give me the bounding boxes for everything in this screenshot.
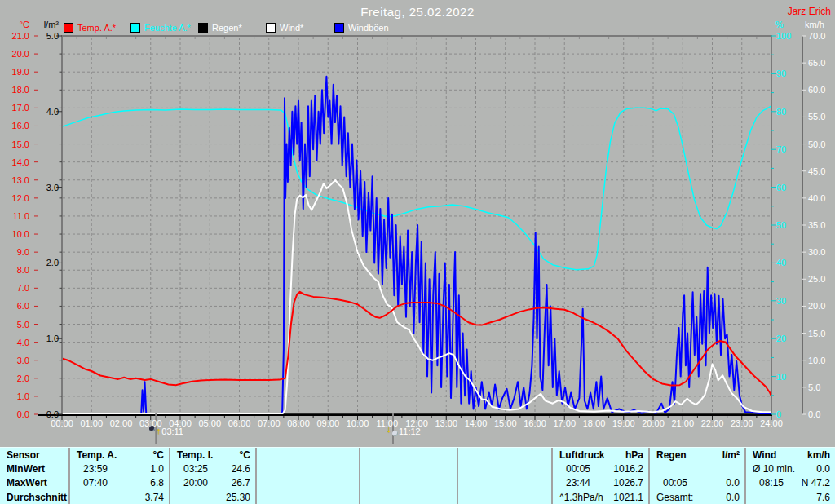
table-cell xyxy=(255,462,359,475)
temp-tick-label: 14.0 xyxy=(5,158,29,167)
windspeed-tick-label: 70.0 xyxy=(808,32,825,41)
table-cell: 23:441026.7 xyxy=(551,476,648,490)
table-cell: Ø 10 min.0.0 xyxy=(744,462,835,475)
table-cell xyxy=(255,476,359,490)
windspeed-tick-label: 35.0 xyxy=(808,221,825,230)
table-row-label: MaxWert xyxy=(0,476,68,490)
table-cell: 23:591.0 xyxy=(68,462,169,475)
table-text: Temp. A. xyxy=(70,449,117,461)
table-text: 3.74 xyxy=(145,492,169,503)
x-tick-label: 16:00 xyxy=(519,419,551,428)
table-cell: ^1.3hPa/h1021.1 xyxy=(551,490,648,504)
table-group-header: Temp. I.°C xyxy=(169,448,255,462)
x-tick-label: 22:00 xyxy=(696,419,729,428)
table-text: °C xyxy=(153,449,169,461)
table-group-header: LuftdruckhPa xyxy=(551,448,648,462)
windspeed-tick-label: 60.0 xyxy=(808,86,825,95)
x-tick-label: 00:00 xyxy=(46,419,78,428)
table-cell xyxy=(359,462,457,475)
table-text: 00:05 xyxy=(553,463,590,475)
temp-tick-label: 20.0 xyxy=(5,50,29,59)
table-cell: 08:15N 47.2 xyxy=(744,476,835,490)
rain-tick-label: 3.0 xyxy=(33,183,59,192)
x-tick-label: 17:00 xyxy=(548,419,581,428)
table-text: 1021.1 xyxy=(613,492,648,503)
table-text: km/h xyxy=(807,449,835,461)
x-tick-label: 14:00 xyxy=(460,419,493,428)
windspeed-tick-label: 0.0 xyxy=(808,410,820,419)
table-text: l/m² xyxy=(722,449,744,461)
x-tick-label: 19:00 xyxy=(607,419,640,428)
table-cell: Gesamt:0.0 xyxy=(648,490,744,504)
table-text: 0.0 xyxy=(816,463,835,475)
x-tick-label: 06:00 xyxy=(223,419,256,428)
table-group-header xyxy=(457,448,551,462)
humidity-tick-label: 70 xyxy=(776,145,786,154)
table-text: 1.0 xyxy=(150,463,169,475)
table-text: 26.7 xyxy=(232,477,255,489)
stats-table: SensorTemp. A.°CTemp. I.°CLuftdruckhPaRe… xyxy=(0,447,835,504)
table-cell xyxy=(457,476,551,490)
table-text: MinWert xyxy=(0,463,45,475)
humidity-tick-label: 90 xyxy=(776,69,786,78)
table-text: 0.0 xyxy=(726,477,744,489)
x-tick-label: 01:00 xyxy=(75,419,108,428)
temp-tick-label: 15.0 xyxy=(5,140,29,149)
humidity-tick-label: 40 xyxy=(776,259,786,267)
moonrise-time-label: 03:11 xyxy=(161,427,183,436)
moonrise-icon: ↑ xyxy=(149,425,161,436)
table-text: Sensor xyxy=(0,449,40,461)
windspeed-tick-label: 30.0 xyxy=(808,248,825,257)
table-cell xyxy=(457,462,551,475)
temp-tick-label: 2.0 xyxy=(5,374,29,383)
grid xyxy=(63,37,771,413)
table-text: 25.30 xyxy=(226,492,255,503)
humidity-tick-label: 60 xyxy=(776,183,786,192)
table-text: 23:44 xyxy=(553,477,590,489)
x-tick-label: 24:00 xyxy=(755,419,788,428)
humidity-tick-label: 20 xyxy=(776,334,786,343)
humidity-tick-label: 50 xyxy=(776,221,786,230)
table-text: MaxWert xyxy=(0,477,47,489)
table-row-label: Durchschnitt xyxy=(0,490,68,504)
x-tick-label: 08:00 xyxy=(282,419,315,428)
temp-tick-label: 19.0 xyxy=(5,68,29,77)
rain-tick-label: 1.0 xyxy=(33,334,59,343)
table-text: 0.0 xyxy=(726,492,744,503)
temp-tick-label: 11.0 xyxy=(5,212,29,221)
table-text: ^1.3hPa/h xyxy=(553,492,603,503)
temp-tick-label: 21.0 xyxy=(5,32,29,41)
table-text: Temp. I. xyxy=(170,449,213,461)
table-cell xyxy=(648,462,744,475)
table-text: 08:15 xyxy=(746,477,784,489)
table-cell: 03:2524.6 xyxy=(169,462,255,475)
temp-tick-label: 17.0 xyxy=(5,104,29,113)
table-text: 03:25 xyxy=(170,463,208,475)
moonset-icon: ↓ xyxy=(387,425,398,436)
table-cell xyxy=(359,476,457,490)
temp-tick-label: 4.0 xyxy=(5,338,29,347)
x-tick-label: 20:00 xyxy=(637,419,669,428)
table-text: 1026.7 xyxy=(613,477,648,489)
x-tick-label: 18:00 xyxy=(578,419,611,428)
temp-tick-label: 18.0 xyxy=(5,86,29,95)
temp-tick-label: 10.0 xyxy=(5,230,29,239)
x-tick-label: 02:00 xyxy=(105,419,138,428)
rain-tick-label: 4.0 xyxy=(33,108,59,117)
x-tick-label: 23:00 xyxy=(726,419,758,428)
temp-tick-label: 3.0 xyxy=(5,356,29,365)
table-group-header: Windkm/h xyxy=(744,448,835,462)
rain-tick-label: 5.0 xyxy=(33,32,59,41)
table-text: 00:05 xyxy=(650,477,687,489)
table-text: 07:40 xyxy=(70,477,108,489)
windspeed-tick-label: 20.0 xyxy=(808,302,825,311)
temp-tick-label: 8.0 xyxy=(5,266,29,275)
table-text: 23:59 xyxy=(70,463,108,475)
table-cell: 07:406.8 xyxy=(68,476,169,490)
table-text: Gesamt: xyxy=(650,492,693,503)
x-tick-label: 13:00 xyxy=(430,419,462,428)
humidity-tick-label: 30 xyxy=(776,297,786,306)
table-text: °C xyxy=(240,449,255,461)
table-group-header xyxy=(359,448,457,462)
table-text: 24.6 xyxy=(232,463,255,475)
